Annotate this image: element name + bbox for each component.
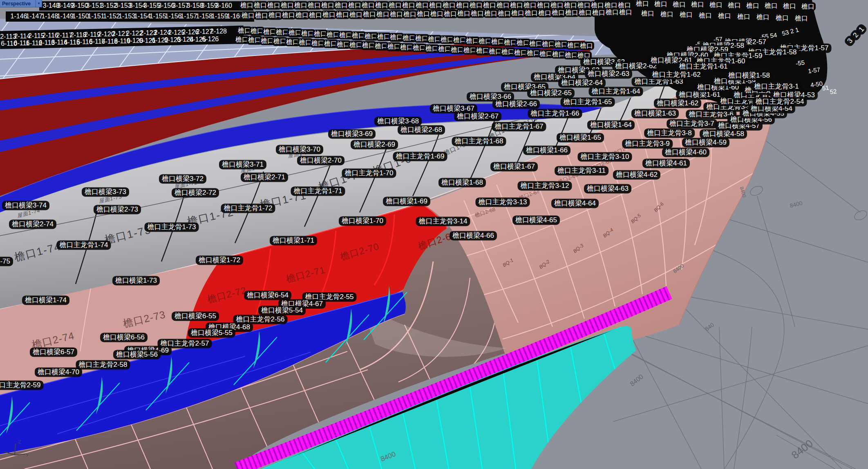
- part-label[interactable]: 1-75: [0, 257, 13, 266]
- strip-label[interactable]: 2-128: [210, 28, 227, 35]
- part-label[interactable]: 檐口横梁4-63: [584, 184, 631, 193]
- part-label[interactable]: 檐口主龙骨3-9: [622, 139, 673, 148]
- strip-label[interactable]: 1-146: [11, 13, 27, 20]
- part-label[interactable]: 檐口横梁6-57: [30, 347, 77, 357]
- strip-label[interactable]: 1-150: [72, 13, 89, 20]
- part-label[interactable]: 檐口横梁1-74: [22, 295, 69, 305]
- truncated-label[interactable]: 檐口: [727, 1, 742, 9]
- truncated-label[interactable]: 檐口: [671, 0, 687, 9]
- part-label[interactable]: 檐口主龙骨3-12: [517, 181, 572, 190]
- strip-label[interactable]: 1-152: [103, 13, 120, 20]
- part-label[interactable]: 檐口横梁1-70: [339, 216, 386, 226]
- part-label[interactable]: 檐口横梁2-64: [558, 78, 606, 87]
- part-label[interactable]: 檐口横梁3-70: [276, 145, 323, 154]
- part-label[interactable]: 檐口横梁2-68: [398, 125, 445, 134]
- strip-label[interactable]: 6-126: [202, 36, 219, 43]
- truncated-label[interactable]: 檐口: [794, 14, 809, 22]
- strip-label[interactable]: 1-156: [165, 13, 182, 20]
- part-label[interactable]: 檐口主龙骨1-68: [452, 136, 506, 146]
- part-label[interactable]: 檐口主龙骨2-54: [752, 97, 807, 106]
- part-label[interactable]: 檐口主龙骨2-59: [0, 380, 44, 390]
- part-label[interactable]: 檐口主龙骨3-7: [667, 119, 717, 128]
- part-label[interactable]: 檐口横梁2-71: [241, 172, 288, 182]
- viewport-tab[interactable]: Perspective ▼: [0, 0, 42, 7]
- part-label[interactable]: 檐口主龙骨1-71: [291, 186, 345, 196]
- part-label[interactable]: 檐口横梁6-54: [244, 290, 291, 300]
- strip-label[interactable]: 1-147: [26, 13, 43, 20]
- part-label[interactable]: 檐口主龙骨3-14: [416, 217, 470, 226]
- part-label[interactable]: 檐口横梁3-69: [328, 129, 376, 138]
- part-label[interactable]: 檐口主龙骨3-8: [644, 128, 695, 138]
- part-label[interactable]: 檐口横梁4-66: [450, 231, 497, 240]
- part-label[interactable]: 檐口主龙骨1-73: [144, 222, 199, 232]
- part-label[interactable]: 檐口主龙骨1-72: [221, 203, 275, 213]
- part-label[interactable]: 檐口横梁1-58: [725, 71, 773, 80]
- part-label[interactable]: 檐口横梁5-55: [188, 328, 235, 337]
- truncated-label[interactable]: 檐口: [774, 13, 790, 22]
- part-label[interactable]: 檐口主龙骨1-62: [649, 70, 703, 79]
- truncated-label[interactable]: 檐口: [635, 0, 650, 8]
- part-label[interactable]: 檐口主龙骨3-13: [475, 197, 530, 207]
- part-label[interactable]: 檐口横梁1-73: [112, 276, 160, 285]
- part-label[interactable]: 檐口横梁2-66: [492, 99, 540, 109]
- part-label[interactable]: 檐口主龙骨1-69: [393, 152, 447, 161]
- part-label[interactable]: 檐口横梁4-60: [662, 147, 709, 157]
- truncated-label[interactable]: 檐口: [618, 8, 633, 16]
- part-label[interactable]: 檐口主龙骨1-64: [588, 87, 643, 96]
- strip-label[interactable]: 1-153: [119, 13, 135, 20]
- truncated-label[interactable]: 檐口: [659, 10, 675, 18]
- part-label[interactable]: 檐口主龙骨1-66: [528, 109, 582, 118]
- truncated-label[interactable]: 檐口: [678, 10, 694, 19]
- part-label[interactable]: 檐口横梁2-65: [527, 88, 575, 98]
- truncated-label[interactable]: 檐口: [653, 0, 669, 8]
- part-label[interactable]: 檐口横梁1-65: [557, 133, 604, 142]
- part-label[interactable]: 檐口横梁3-71: [219, 160, 266, 169]
- truncated-label[interactable]: 檐口: [763, 2, 779, 10]
- strip-label[interactable]: 1-157: [180, 13, 197, 20]
- part-label[interactable]: 檐口横梁5-56: [113, 350, 161, 359]
- part-label[interactable]: 檐口横梁2-67: [454, 112, 501, 121]
- truncated-label[interactable]: 檐口: [755, 13, 771, 21]
- part-label[interactable]: 檐口横梁2-74: [9, 219, 56, 229]
- strip-label[interactable]: 1-155: [150, 13, 166, 20]
- truncated-label[interactable]: 檐口: [717, 11, 732, 20]
- strip-label[interactable]: 1-148: [41, 13, 58, 20]
- strip-label[interactable]: 1-149: [57, 13, 74, 20]
- part-label[interactable]: 檐口横梁4-70: [35, 367, 82, 377]
- part-label[interactable]: 檐口横梁5-54: [258, 306, 306, 315]
- viewport-dropdown-icon[interactable]: ▼: [36, 0, 42, 7]
- part-label[interactable]: 檐口主龙骨1-67: [492, 122, 546, 131]
- part-label[interactable]: 檐口横梁4-58: [700, 129, 747, 138]
- part-label[interactable]: 檐口横梁1-63: [631, 109, 679, 118]
- part-label[interactable]: 檐口横梁1-64: [587, 120, 635, 130]
- part-label[interactable]: 檐口横梁1-71: [270, 236, 317, 245]
- viewport-tab-label[interactable]: Perspective: [0, 1, 36, 7]
- truncated-label[interactable]: 檐口: [640, 9, 655, 18]
- part-label[interactable]: 檐口横梁6-56: [100, 333, 148, 342]
- part-label[interactable]: 檐口主龙骨3-11: [555, 166, 608, 175]
- truncated-label[interactable]: 檐口: [782, 2, 797, 11]
- truncated-label[interactable]: 檐口: [698, 11, 713, 20]
- strip-label[interactable]: 1-154: [134, 13, 151, 20]
- part-label[interactable]: 檐口横梁1-69: [383, 197, 430, 206]
- part-label[interactable]: 檐口横梁3-72: [159, 174, 206, 183]
- part-label[interactable]: 檐口横梁1-62: [654, 98, 701, 108]
- part-label[interactable]: 檐口主龙骨3-10: [577, 152, 632, 161]
- part-label[interactable]: 檐口横梁3-74: [2, 201, 49, 210]
- part-label[interactable]: 檐口横梁1-68: [438, 178, 486, 187]
- part-label[interactable]: 檐口横梁4-59: [682, 138, 729, 147]
- part-label[interactable]: 檐口主龙骨1-74: [56, 240, 111, 250]
- part-label[interactable]: 檐口主龙骨1-61: [676, 62, 730, 71]
- part-label[interactable]: 檐口主龙骨1-70: [342, 168, 396, 178]
- part-label[interactable]: 檐口横梁3-68: [374, 116, 422, 126]
- truncated-label[interactable]: 檐口: [800, 2, 816, 11]
- truncated-label[interactable]: 檐口: [736, 12, 752, 21]
- strip-label[interactable]: 1-158: [196, 13, 213, 20]
- part-label[interactable]: 檐口横梁4-64: [551, 199, 599, 208]
- part-label[interactable]: 檐口主龙骨3-1: [751, 82, 802, 91]
- truncated-label[interactable]: 檐口: [745, 1, 761, 10]
- part-label[interactable]: 檐口横梁1-72: [196, 255, 243, 265]
- truncated-label[interactable]: 檐口: [690, 0, 705, 9]
- part-label[interactable]: 檐口横梁4-65: [512, 215, 560, 225]
- part-label[interactable]: 檐口横梁2-73: [94, 205, 141, 214]
